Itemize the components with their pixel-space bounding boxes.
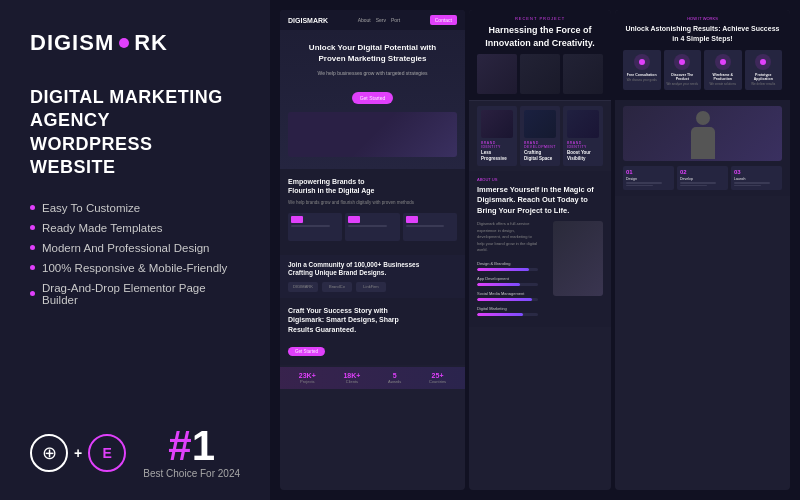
elementor-icon: E <box>103 445 112 461</box>
partner-logo-2: BrandCo <box>322 282 352 292</box>
stat-awards: 5 Awards <box>388 372 401 384</box>
stat-projects: 23K+ Projects <box>299 372 316 384</box>
stat-projects-val: 23K+ <box>299 372 316 379</box>
svc-card-3: BRAND IDENTITY Boost Your Visibility <box>563 106 603 166</box>
person-head <box>696 111 710 125</box>
bottom-section: ⊕ + E #1 Best Choice For 2024 <box>30 425 240 480</box>
progress-item-4: Digital Marketing <box>477 306 538 316</box>
steps-tag: HOW IT WORKS <box>623 16 782 21</box>
partner-logo-1: DIGIMARK <box>288 282 318 292</box>
svc-tag-1: BRAND IDENTITY <box>481 141 513 149</box>
services-grid: BRAND IDENTITY Less Progressive BRAND DE… <box>469 101 611 171</box>
hero-subtitle: We help businesses grow with targeted st… <box>288 70 457 78</box>
preview-nav-logo: DIGISMARK <box>288 17 328 24</box>
elementor-badge: E <box>88 434 126 472</box>
steps-grid: Free Consultation We discuss your goals … <box>623 50 782 91</box>
about-title: Immerse Yourself in the Magic of Digisma… <box>477 185 603 217</box>
logo-dot <box>119 38 129 48</box>
feature-item-5: Drag-And-Drop Elementor Page Builder <box>30 282 240 306</box>
stat-countries: 25+ Countries <box>429 372 446 384</box>
step-1-icon-inner <box>639 59 645 65</box>
svc-img-2 <box>524 110 556 138</box>
step-3-icon-inner <box>720 59 726 65</box>
feature-line-1b <box>626 185 653 187</box>
step-2-icon <box>674 54 690 70</box>
progress-item-3: Social Media Management <box>477 291 538 301</box>
step-3-sub: We create solutions <box>707 83 739 87</box>
step-3-title: Wireframe & Production <box>707 73 739 81</box>
svc-img-1 <box>481 110 513 138</box>
progress-bar-4 <box>477 313 538 316</box>
feature-item-2: Ready Made Templates <box>30 222 240 234</box>
preview-section-join: Join a Community of 100,000+ BusinessesC… <box>280 255 465 298</box>
card-line-3 <box>406 225 445 227</box>
partner-logos: DIGIMARK BrandCo LinkFirm <box>288 282 457 292</box>
progress-label-1: Design & Branding <box>477 261 538 266</box>
project-img-1 <box>477 54 517 94</box>
step-1-sub: We discuss your goals <box>626 79 658 83</box>
craft-cta-btn: Get Started <box>288 347 325 356</box>
svc-img-3 <box>567 110 599 138</box>
rank-number: #1 <box>143 425 240 467</box>
feature-line-3b <box>734 185 761 187</box>
join-title: Join a Community of 100,000+ BusinessesC… <box>288 261 457 278</box>
svc-img-3-inner <box>567 110 599 138</box>
stat-countries-val: 25+ <box>429 372 446 379</box>
step-2-icon-inner <box>679 59 685 65</box>
feature-line-3 <box>734 182 770 184</box>
partner-logo-3: LinkFirm <box>356 282 386 292</box>
preview-main-website: DIGISMARK About Serv Port Contact Unlock… <box>280 10 465 490</box>
partner-logo-3-text: LinkFirm <box>363 284 378 289</box>
nav-item-services: Serv <box>376 17 386 23</box>
hero-cta-btn: Get Started <box>352 92 394 104</box>
preview-right-website: HOW IT WORKS Unlock Astonishing Results:… <box>615 10 790 490</box>
svc-img-2-inner <box>524 110 556 138</box>
person-silhouette <box>688 111 718 161</box>
wordpress-icon: ⊕ <box>42 442 57 464</box>
platform-badges: ⊕ + E <box>30 434 126 472</box>
svc-tag-3: BRAND IDENTITY <box>567 141 599 149</box>
right-panel: DIGISMARK About Serv Port Contact Unlock… <box>270 0 800 500</box>
svc-title-3: Boost Your Visibility <box>567 150 599 162</box>
preview-right-person-section: 01 Design 02 Develop 03 Launch <box>615 100 790 196</box>
step-2-sub: We analyze your needs <box>667 83 699 87</box>
progress-fill-2 <box>477 283 520 286</box>
card-line-1 <box>291 225 330 227</box>
stat-awards-val: 5 <box>388 372 401 379</box>
partner-logo-1-text: DIGIMARK <box>293 284 313 289</box>
service-card-1 <box>288 213 342 241</box>
step-1: Free Consultation We discuss your goals <box>623 50 661 91</box>
service-cards <box>288 213 457 241</box>
svc-title-2: Crafting Digital Space <box>524 150 556 162</box>
about-sub: Digismark offers a full-service experien… <box>477 221 538 253</box>
step-4-icon <box>755 54 771 70</box>
feature-line-2b <box>680 185 707 187</box>
svc-title-1: Less Progressive <box>481 150 513 162</box>
feature-num-3: 03 <box>734 169 779 175</box>
stats-bar: 23K+ Projects 18K+ Clients 5 Awards 25+ … <box>280 367 465 389</box>
about-person-image <box>553 221 603 296</box>
about-content: Digismark offers a full-service experien… <box>477 221 603 321</box>
feature-line-1 <box>626 182 662 184</box>
hero-image-inner <box>288 112 457 157</box>
step-4-sub: We deliver results <box>748 83 780 87</box>
feature-title-2: Develop <box>680 177 725 181</box>
left-panel: DIGISMRK DIGITAL MARKETING AGENCYWORDPRE… <box>0 0 270 500</box>
preview-nav: DIGISMARK About Serv Port Contact <box>280 10 465 30</box>
logo-text-part1: DIGISM <box>30 30 114 56</box>
step-4-icon-inner <box>760 59 766 65</box>
hero-image <box>288 112 457 157</box>
progress-item-2: App Development <box>477 276 538 286</box>
progress-label-3: Social Media Management <box>477 291 538 296</box>
step-2-title: Discover The Product <box>667 73 699 81</box>
feature-item-3: Modern And Professional Design <box>30 242 240 254</box>
feature-num-2: 02 <box>680 169 725 175</box>
service-card-3 <box>403 213 457 241</box>
progress-label-4: Digital Marketing <box>477 306 538 311</box>
preview-middle-website: RECENT PROJECT Harnessing the Force of I… <box>469 10 611 490</box>
svc-card-2: BRAND DEVELOPMENT Crafting Digital Space <box>520 106 560 166</box>
mid-tag: RECENT PROJECT <box>477 16 603 21</box>
feature-card-3: 03 Launch <box>731 166 782 190</box>
feature-item-1: Easy To Customize <box>30 202 240 214</box>
stat-countries-label: Countries <box>429 379 446 384</box>
